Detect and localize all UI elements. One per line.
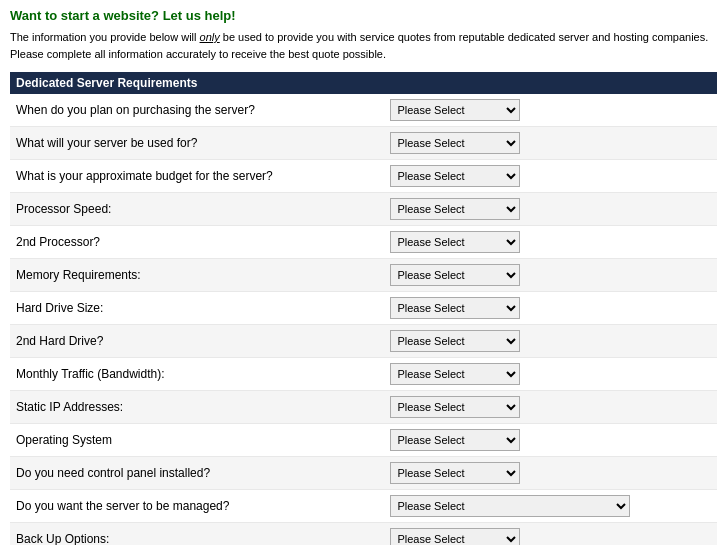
requirements-table: When do you plan on purchasing the serve…: [10, 94, 717, 545]
row-label: What will your server be used for?: [10, 127, 384, 160]
row-input-cell: Please Select: [384, 457, 717, 490]
form-row: 2nd Processor?Please Select: [10, 226, 717, 259]
form-row: Processor Speed:Please Select: [10, 193, 717, 226]
select-hdd_size[interactable]: Please Select: [390, 297, 520, 319]
row-input-cell: Please Select: [384, 226, 717, 259]
select-backup[interactable]: Please Select: [390, 528, 520, 545]
select-purchase_time[interactable]: Please Select: [390, 99, 520, 121]
form-row: Memory Requirements:Please Select: [10, 259, 717, 292]
row-label: Hard Drive Size:: [10, 292, 384, 325]
form-row: 2nd Hard Drive?Please Select: [10, 325, 717, 358]
select-server_use[interactable]: Please Select: [390, 132, 520, 154]
form-row: Back Up Options:Please Select: [10, 523, 717, 546]
row-input-cell: Please Select: [384, 358, 717, 391]
row-label: Static IP Addresses:: [10, 391, 384, 424]
row-input-cell: Please Select: [384, 160, 717, 193]
row-label: When do you plan on purchasing the serve…: [10, 94, 384, 127]
select-bandwidth[interactable]: Please Select: [390, 363, 520, 385]
form-row: When do you plan on purchasing the serve…: [10, 94, 717, 127]
page-title: Want to start a website? Let us help!: [10, 8, 717, 23]
row-input-cell: Please Select: [384, 292, 717, 325]
intro-paragraph: The information you provide below will o…: [10, 29, 717, 62]
form-row: What is your approximate budget for the …: [10, 160, 717, 193]
form-row: Hard Drive Size:Please Select: [10, 292, 717, 325]
select-control_panel[interactable]: Please Select: [390, 462, 520, 484]
row-label: Do you want the server to be managed?: [10, 490, 384, 523]
row-input-cell: Please Select: [384, 127, 717, 160]
select-processor_speed[interactable]: Please Select: [390, 198, 520, 220]
row-input-cell: Please Select: [384, 490, 717, 523]
row-input-cell: Please Select: [384, 94, 717, 127]
form-row: What will your server be used for?Please…: [10, 127, 717, 160]
form-row: Do you want the server to be managed?Ple…: [10, 490, 717, 523]
form-row: Do you need control panel installed?Plea…: [10, 457, 717, 490]
row-label: Operating System: [10, 424, 384, 457]
form-row: Static IP Addresses:Please Select: [10, 391, 717, 424]
select-budget[interactable]: Please Select: [390, 165, 520, 187]
row-input-cell: Please Select: [384, 193, 717, 226]
row-label: What is your approximate budget for the …: [10, 160, 384, 193]
select-processor2[interactable]: Please Select: [390, 231, 520, 253]
form-row: Operating SystemPlease Select: [10, 424, 717, 457]
row-label: 2nd Hard Drive?: [10, 325, 384, 358]
row-label: Memory Requirements:: [10, 259, 384, 292]
row-label: Monthly Traffic (Bandwidth):: [10, 358, 384, 391]
form-row: Monthly Traffic (Bandwidth):Please Selec…: [10, 358, 717, 391]
section-header: Dedicated Server Requirements: [10, 72, 717, 94]
row-label: Back Up Options:: [10, 523, 384, 546]
row-label: Processor Speed:: [10, 193, 384, 226]
select-managed[interactable]: Please Select: [390, 495, 630, 517]
row-input-cell: Please Select: [384, 259, 717, 292]
row-input-cell: Please Select: [384, 391, 717, 424]
select-memory[interactable]: Please Select: [390, 264, 520, 286]
select-hdd2[interactable]: Please Select: [390, 330, 520, 352]
select-os[interactable]: Please Select: [390, 429, 520, 451]
row-label: 2nd Processor?: [10, 226, 384, 259]
row-label: Do you need control panel installed?: [10, 457, 384, 490]
row-input-cell: Please Select: [384, 523, 717, 546]
row-input-cell: Please Select: [384, 325, 717, 358]
row-input-cell: Please Select: [384, 424, 717, 457]
select-static_ip[interactable]: Please Select: [390, 396, 520, 418]
